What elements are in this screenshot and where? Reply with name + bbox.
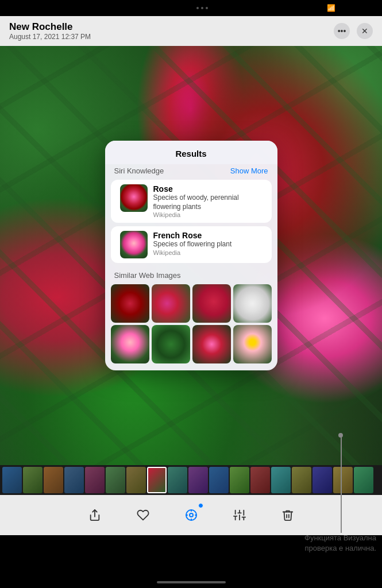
similar-img-7[interactable]: [192, 325, 231, 363]
film-thumb-4[interactable]: [64, 467, 84, 493]
toolbar: [0, 495, 382, 535]
photo-title: New Rochelle: [9, 21, 91, 33]
photo-header: New Rochelle August 17, 2021 12:37 PM ••…: [0, 16, 382, 46]
filmstrip[interactable]: [0, 465, 382, 495]
visual-lookup-button[interactable]: [181, 505, 202, 525]
similar-img-2[interactable]: [152, 284, 190, 323]
french-rose-source: Wikipedia: [153, 249, 232, 256]
french-rose-name: French Rose: [153, 231, 232, 240]
dot-2: [201, 7, 203, 9]
similar-images-grid: [111, 284, 272, 363]
film-thumb-9[interactable]: [168, 467, 187, 493]
dot-3: [206, 7, 208, 9]
share-button[interactable]: [84, 505, 105, 525]
svg-point-1: [190, 513, 193, 517]
film-thumb-1[interactable]: [2, 467, 22, 493]
delete-button[interactable]: [277, 505, 298, 525]
filmstrip-inner: [0, 466, 376, 494]
similar-img-4[interactable]: [233, 284, 272, 323]
similar-img-1[interactable]: [111, 284, 149, 323]
film-thumb-14[interactable]: [271, 467, 291, 493]
dot-1: [196, 7, 199, 9]
rose-name: Rose: [153, 184, 263, 194]
like-button[interactable]: [133, 505, 153, 525]
rose-description: Species of woody, perennial flowering pl…: [153, 194, 263, 211]
results-card: Results Siri Knowledge Show More Rose Sp…: [105, 141, 277, 370]
battery-fill: [360, 6, 372, 10]
film-thumb-11[interactable]: [209, 467, 229, 493]
similar-images-section: Similar Web Images: [105, 266, 277, 370]
film-thumb-active[interactable]: [147, 467, 167, 493]
similar-img-5[interactable]: [111, 325, 149, 363]
status-bar: 9:41 AM Mon Jun 10 📶 100%: [0, 0, 382, 16]
status-right: 📶 100%: [327, 4, 373, 12]
film-thumb-2[interactable]: [23, 467, 43, 493]
siri-knowledge-header: Siri Knowledge Show More: [105, 164, 277, 180]
annotation-text: Функцията Визуална проверка е налична.: [304, 533, 376, 554]
status-center-dots: [196, 7, 208, 9]
annotation-line: [341, 435, 342, 533]
show-more-button[interactable]: Show More: [230, 167, 268, 175]
film-thumb-12[interactable]: [230, 467, 249, 493]
film-thumb-16[interactable]: [312, 467, 332, 493]
film-thumb-7[interactable]: [126, 467, 146, 493]
photo-subtitle: August 17, 2021 12:37 PM: [9, 33, 91, 41]
film-thumb-17[interactable]: [333, 467, 353, 493]
rose-source: Wikipedia: [153, 211, 263, 218]
film-thumb-6[interactable]: [106, 467, 125, 493]
french-rose-item-text: French Rose Species of flowering plant W…: [153, 231, 232, 256]
wifi-icon: 📶: [327, 4, 335, 12]
similar-images-label: Similar Web Images: [111, 269, 272, 284]
visual-lookup-indicator: [198, 503, 203, 508]
results-title: Results: [105, 141, 277, 164]
film-thumb-15[interactable]: [292, 467, 311, 493]
photo-header-right: ••• ✕: [334, 23, 373, 39]
film-thumb-3[interactable]: [44, 467, 63, 493]
status-time: 9:41 AM: [9, 4, 37, 13]
film-thumb-5[interactable]: [85, 467, 105, 493]
film-thumb-10[interactable]: [188, 467, 208, 493]
film-thumb-18[interactable]: [354, 467, 373, 493]
more-button[interactable]: •••: [334, 23, 350, 39]
photo-area: Results Siri Knowledge Show More Rose Sp…: [0, 46, 382, 465]
rose-item[interactable]: Rose Species of woody, perennial floweri…: [111, 180, 272, 223]
battery-icon: [359, 5, 373, 11]
close-button[interactable]: ✕: [357, 23, 373, 39]
annotation-container: Функцията Визуална проверка е налична.: [304, 533, 376, 554]
status-date: Mon Jun 10: [41, 4, 77, 12]
rose-item-text: Rose Species of woody, perennial floweri…: [153, 184, 263, 218]
similar-img-6[interactable]: [152, 325, 190, 363]
similar-img-3[interactable]: [192, 284, 231, 323]
french-rose-description: Species of flowering plant: [153, 240, 232, 249]
rose-thumbnail: [120, 184, 148, 212]
similar-img-8[interactable]: [233, 325, 272, 363]
battery-label: 100%: [338, 4, 356, 12]
siri-knowledge-label: Siri Knowledge: [114, 167, 164, 175]
adjust-button[interactable]: [229, 505, 250, 525]
home-indicator: [157, 581, 226, 583]
french-rose-item[interactable]: French Rose Species of flowering plant W…: [111, 226, 272, 263]
film-thumb-13[interactable]: [250, 467, 270, 493]
french-rose-thumbnail: [120, 231, 148, 258]
photo-header-left: New Rochelle August 17, 2021 12:37 PM: [9, 21, 91, 41]
